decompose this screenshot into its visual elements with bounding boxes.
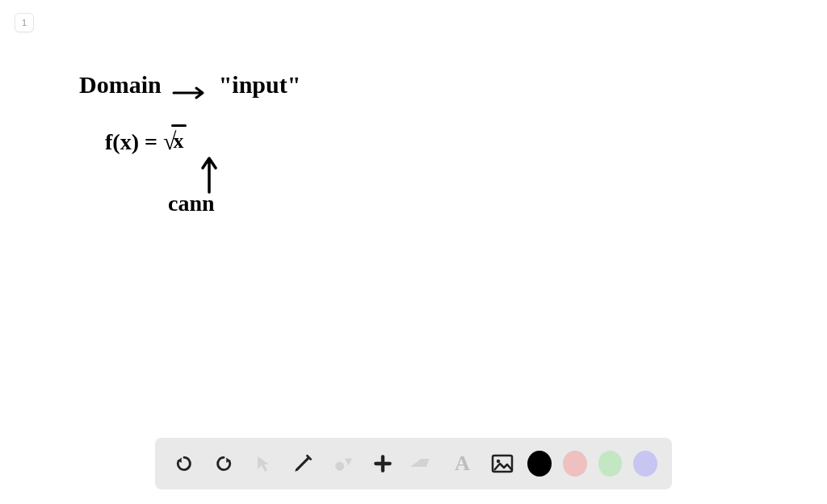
whiteboard-canvas[interactable]: Domain "input" f(x) = √ x cann [0,0,827,504]
color-black-button[interactable] [527,451,552,477]
text-icon: A [455,452,470,476]
drawing-toolbar: A [155,438,672,489]
handwriting-line-2: f(x) = √ x [105,128,183,155]
undo-button[interactable] [170,448,198,479]
text-cann: cann [168,191,215,216]
arrow-up-icon [199,153,220,194]
add-button[interactable] [368,448,397,479]
text-input: "input" [219,71,301,98]
undo-icon [174,453,195,474]
arrow-right-icon [172,79,208,95]
handwriting-line-1: Domain "input" [79,71,300,99]
shapes-icon [333,453,354,474]
plus-icon [372,453,393,474]
pen-tool-button[interactable] [289,448,317,479]
text-domain: Domain [79,71,162,98]
svg-point-0 [335,462,344,471]
cursor-icon [254,454,273,473]
redo-button[interactable] [209,448,237,479]
eraser-tool-button[interactable] [409,448,437,479]
eraser-icon [411,456,434,472]
image-tool-button[interactable] [488,448,516,479]
color-green-button[interactable] [598,451,623,477]
image-icon [491,454,514,473]
color-red-button[interactable] [563,451,587,477]
handwriting-line-3: cann [168,191,215,216]
sqrt-expression: √ x [163,128,183,153]
svg-point-2 [496,460,499,463]
pencil-icon [292,453,313,474]
select-tool-button[interactable] [250,448,278,479]
color-purple-button[interactable] [633,451,657,477]
redo-icon [213,453,234,474]
text-fx-equals: f(x) = [105,129,157,154]
sqrt-argument: x [173,128,183,153]
text-tool-button[interactable]: A [448,448,476,479]
shapes-tool-button[interactable] [329,448,357,479]
